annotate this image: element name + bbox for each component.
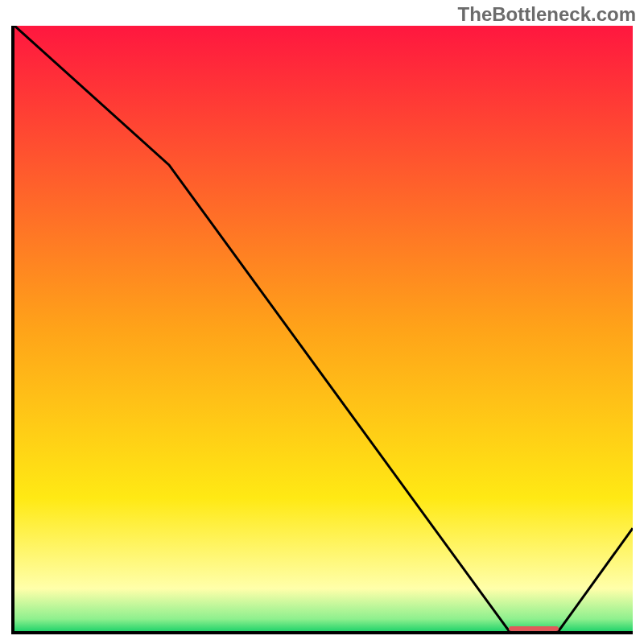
chart-frame: TheBottleneck.com <box>0 0 644 644</box>
curve-polyline <box>14 26 633 631</box>
plot-area <box>11 26 633 634</box>
watermark-text: TheBottleneck.com <box>458 3 636 26</box>
data-line <box>14 26 633 631</box>
